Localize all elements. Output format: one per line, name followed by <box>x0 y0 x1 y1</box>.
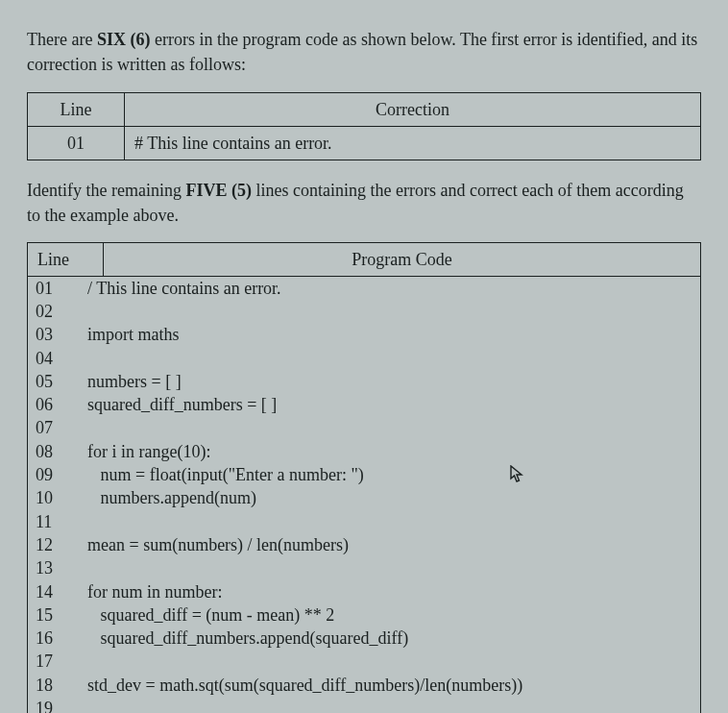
code-line: import maths <box>87 323 700 346</box>
code-line: for num in number: <box>87 580 700 603</box>
intro-text: There are SIX (6) errors in the program … <box>27 27 701 77</box>
code-row: 02 <box>28 300 700 323</box>
code-line: squared_diff_numbers = [ ] <box>87 393 700 416</box>
line-number: 17 <box>28 650 87 673</box>
line-number: 13 <box>28 556 87 579</box>
cursor-icon <box>510 465 525 488</box>
correction-row-line: 01 <box>28 127 125 160</box>
code-row: 16 squared_diff_numbers.append(squared_d… <box>28 627 700 650</box>
code-line <box>87 697 700 713</box>
correction-header-line: Line <box>28 93 125 127</box>
correction-row-text: # This line contains an error. <box>125 127 701 160</box>
code-line: num = float(input("Enter a number: ") <box>87 463 700 486</box>
line-number: 18 <box>28 674 87 697</box>
code-row: 17 <box>28 650 700 673</box>
line-number: 19 <box>28 697 87 713</box>
code-row: 08for i in range(10): <box>28 440 700 463</box>
correction-header-correction: Correction <box>125 93 701 127</box>
line-number: 14 <box>28 580 87 603</box>
code-row: 09 num = float(input("Enter a number: ") <box>28 463 700 486</box>
code-line: for i in range(10): <box>87 440 700 463</box>
line-number: 10 <box>28 486 87 509</box>
code-body: 01/ This line contains an error.0203impo… <box>28 276 701 713</box>
line-number: 03 <box>28 323 87 346</box>
code-line: squared_diff = (num - mean) ** 2 <box>87 603 700 627</box>
code-line: std_dev = math.sqt(sum(squared_diff_numb… <box>87 674 700 697</box>
code-line: mean = sum(numbers) / len(numbers) <box>87 533 700 556</box>
line-number: 02 <box>28 300 87 323</box>
line-number: 06 <box>28 393 87 416</box>
code-header-line: Line <box>28 242 104 276</box>
code-header-code: Program Code <box>104 242 701 276</box>
correction-table: Line Correction 01 # This line contains … <box>27 92 701 160</box>
intro-before: There are <box>27 30 97 49</box>
code-line <box>87 510 700 533</box>
code-line <box>87 556 700 579</box>
line-number: 05 <box>28 370 87 393</box>
code-row: 13 <box>28 556 700 579</box>
line-number: 01 <box>28 277 87 300</box>
code-row: 05numbers = [ ] <box>28 370 700 393</box>
line-number: 11 <box>28 510 87 533</box>
code-row: 15 squared_diff = (num - mean) ** 2 <box>28 603 700 627</box>
code-row: 04 <box>28 347 700 370</box>
code-row: 12mean = sum(numbers) / len(numbers) <box>28 533 700 556</box>
line-number: 04 <box>28 347 87 370</box>
line-number: 07 <box>28 416 87 439</box>
line-number: 12 <box>28 533 87 556</box>
code-row: 19 <box>28 697 700 713</box>
code-row: 14for num in number: <box>28 580 700 603</box>
instr-before: Identify the remaining <box>27 181 185 200</box>
line-number: 08 <box>28 440 87 463</box>
code-row: 03import maths <box>28 323 700 346</box>
instruction-text: Identify the remaining FIVE (5) lines co… <box>27 178 701 228</box>
intro-six: SIX (6) <box>97 30 151 49</box>
code-row: 18std_dev = math.sqt(sum(squared_diff_nu… <box>28 674 700 697</box>
line-number: 09 <box>28 463 87 486</box>
code-line: / This line contains an error. <box>87 277 700 300</box>
code-line: numbers = [ ] <box>87 370 700 393</box>
code-line <box>87 300 700 323</box>
code-row: 11 <box>28 510 700 533</box>
instr-five: FIVE (5) <box>185 181 252 200</box>
code-row: 06squared_diff_numbers = [ ] <box>28 393 700 416</box>
code-row: 10 numbers.append(num) <box>28 486 700 509</box>
code-line <box>87 416 700 439</box>
code-line <box>87 650 700 673</box>
code-row: 01/ This line contains an error. <box>28 277 700 300</box>
code-line <box>87 347 700 370</box>
code-row: 07 <box>28 416 700 439</box>
code-line: numbers.append(num) <box>87 486 700 509</box>
code-table: Line Program Code 01/ This line contains… <box>27 242 701 713</box>
line-number: 16 <box>28 627 87 650</box>
code-line: squared_diff_numbers.append(squared_diff… <box>87 627 700 650</box>
line-number: 15 <box>28 603 87 627</box>
